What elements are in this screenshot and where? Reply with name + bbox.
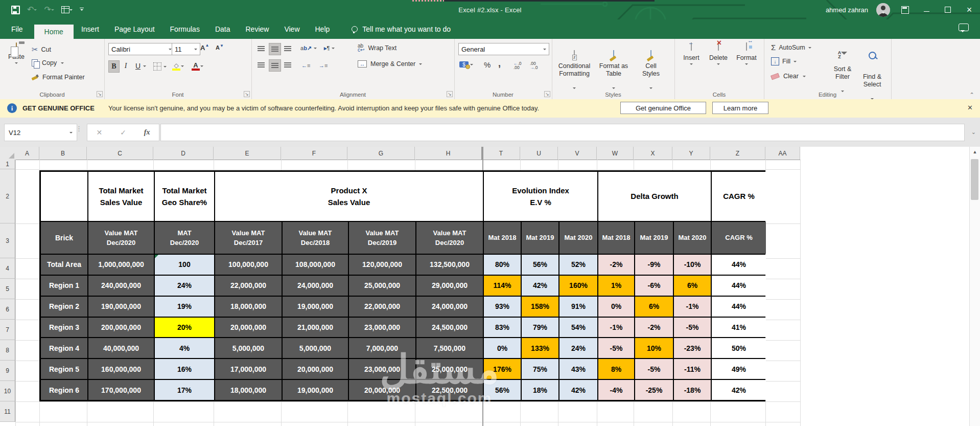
tab-formulas[interactable]: Formulas	[162, 19, 207, 39]
cell[interactable]: 40,000,000	[88, 338, 154, 358]
cell[interactable]: 19,000,000	[283, 380, 348, 400]
cell[interactable]: 41%	[712, 318, 766, 338]
tab-home[interactable]: Home	[34, 25, 74, 39]
cell[interactable]: MAT Dec/2020	[155, 222, 214, 254]
notice-close-icon[interactable]: ✕	[967, 104, 973, 111]
cell[interactable]: 6%	[635, 297, 673, 317]
italic-button[interactable]: I	[121, 60, 131, 72]
cell[interactable]: 160%	[559, 276, 597, 296]
cell[interactable]: 54%	[559, 318, 597, 338]
select-all-button[interactable]	[0, 147, 16, 160]
tab-file[interactable]: File	[0, 19, 34, 39]
alignment-dialog-launcher[interactable]	[447, 91, 453, 97]
cell[interactable]: 24%	[559, 338, 597, 358]
cell[interactable]: 100	[155, 255, 214, 275]
orientation-button[interactable]: ab↗	[300, 45, 317, 52]
vertical-scrollbar[interactable]: ▲	[969, 147, 980, 426]
format-painter-button[interactable]: Format Painter	[32, 74, 85, 81]
cell[interactable]: 42%	[712, 380, 766, 400]
increase-indent-button[interactable]: →≡	[319, 62, 328, 69]
text-direction-button[interactable]: ▸¶	[324, 45, 335, 52]
decrease-font-button[interactable]: A▼	[216, 44, 224, 52]
column-header[interactable]: G	[347, 147, 415, 160]
autosum-button[interactable]: AutoSum	[771, 43, 811, 52]
cell[interactable]: 0%	[484, 338, 521, 358]
font-name-select[interactable]: Calibri	[108, 43, 175, 55]
cell[interactable]: 75%	[522, 359, 558, 379]
column-header[interactable]: C	[87, 147, 153, 160]
clipboard-dialog-launcher[interactable]	[97, 91, 103, 97]
row-header[interactable]: 5	[0, 279, 15, 299]
cell[interactable]: 50%	[712, 338, 766, 358]
row-header[interactable]: 11	[0, 401, 15, 422]
formula-input[interactable]	[160, 124, 965, 141]
column-header[interactable]: E	[214, 147, 281, 160]
cell[interactable]: -9%	[635, 255, 673, 275]
clear-button[interactable]: Clear	[771, 73, 806, 80]
formula-bar-expand-icon[interactable]: ⌄	[971, 129, 976, 136]
cell[interactable]: Value MAT Dec/2020	[416, 222, 483, 254]
tab-review[interactable]: Review	[238, 19, 277, 39]
font-color-button[interactable]: A	[191, 60, 203, 72]
learn-more-button[interactable]: Learn more	[712, 102, 768, 114]
cell[interactable]: -11%	[674, 359, 711, 379]
cell[interactable]: Value MAT Dec/2018	[283, 222, 348, 254]
row-header[interactable]: 6	[0, 299, 15, 320]
tab-help[interactable]: Help	[308, 19, 338, 39]
delete-cells-button[interactable]: Delete	[706, 43, 731, 66]
scrollbar-thumb[interactable]	[971, 159, 978, 200]
ribbon-display-options-button[interactable]	[898, 3, 912, 16]
accounting-format-button[interactable]: $	[459, 61, 473, 68]
cell[interactable]	[41, 172, 87, 221]
cell[interactable]: CAGR %	[712, 172, 766, 221]
percent-style-button[interactable]: %	[484, 60, 491, 69]
cell[interactable]: Value MAT Dec/2017	[215, 222, 282, 254]
cell[interactable]: 120,000,000	[349, 255, 415, 275]
align-middle-button[interactable]	[269, 43, 281, 55]
cell[interactable]: 80%	[484, 255, 521, 275]
cell[interactable]: 21,000,000	[283, 318, 348, 338]
cell[interactable]: 1,000,000,000	[88, 255, 154, 275]
cell[interactable]: -5%	[635, 359, 673, 379]
cell[interactable]: Total Market Sales Value	[88, 172, 154, 221]
cell[interactable]: 22,000,000	[215, 276, 282, 296]
cell[interactable]: 43%	[559, 359, 597, 379]
cell[interactable]: 79%	[522, 318, 558, 338]
align-center-button[interactable]	[269, 59, 281, 72]
cell[interactable]: 176%	[484, 359, 521, 379]
cell[interactable]: 1%	[598, 276, 634, 296]
cell[interactable]: -4%	[598, 380, 634, 400]
cell[interactable]: 29,000,000	[416, 276, 483, 296]
row-header[interactable]: 10	[0, 381, 15, 401]
cell[interactable]: 83%	[484, 318, 521, 338]
align-top-button[interactable]	[255, 43, 267, 54]
cell[interactable]: 24,500,000	[416, 318, 483, 338]
align-left-button[interactable]	[255, 59, 267, 71]
cell[interactable]: Brick	[41, 222, 87, 254]
column-header[interactable]: D	[153, 147, 214, 160]
underline-button[interactable]: U	[133, 60, 146, 72]
tab-data[interactable]: Data	[207, 19, 238, 39]
cell[interactable]: 170,000,000	[88, 380, 154, 400]
tab-view[interactable]: View	[276, 19, 307, 39]
cell[interactable]: Mat 2018	[598, 222, 634, 254]
cell[interactable]: 44%	[712, 255, 766, 275]
cell[interactable]: 44%	[712, 276, 766, 296]
cell[interactable]: 8%	[598, 359, 634, 379]
comma-style-button[interactable]: ,	[498, 58, 501, 69]
cell[interactable]: Total Area	[41, 255, 87, 275]
tab-insert[interactable]: Insert	[74, 19, 107, 39]
increase-decimal-button[interactable]: ←.0.00	[514, 61, 522, 70]
column-header[interactable]: Y	[672, 147, 710, 160]
cut-button[interactable]: Cut	[32, 45, 51, 54]
cell[interactable]: 20%	[155, 318, 214, 338]
cell[interactable]: 93%	[484, 297, 521, 317]
cell[interactable]: 17,000,000	[215, 359, 282, 379]
cell[interactable]: 56%	[484, 380, 521, 400]
close-button[interactable]: ×	[963, 3, 976, 16]
cell[interactable]: -6%	[635, 276, 673, 296]
conditional-formatting-button[interactable]: Conditional Formatting	[556, 43, 593, 98]
enter-icon[interactable]: ✓	[120, 128, 126, 137]
collapse-ribbon-button[interactable]: ⌃	[969, 92, 975, 97]
cell[interactable]: 49%	[712, 359, 766, 379]
